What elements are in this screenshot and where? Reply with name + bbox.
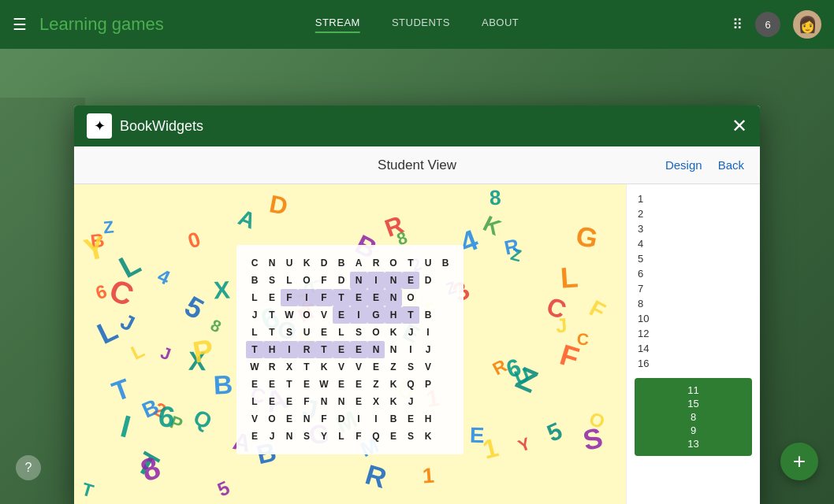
help-icon[interactable]: ?	[16, 455, 41, 480]
nav-about[interactable]: ABOUT	[482, 17, 519, 33]
found-number: 8	[641, 411, 746, 423]
grid-cell	[437, 306, 454, 324]
grid-cell: Q	[367, 428, 385, 445]
grid-cell: E	[263, 393, 281, 410]
grid-cell: T	[263, 324, 281, 341]
modal-title: Student View	[378, 158, 456, 173]
grid-cell: W	[246, 358, 263, 376]
grid-cell: V	[246, 410, 263, 428]
grid-cell: X	[281, 358, 298, 376]
number-list-item: 5	[635, 252, 752, 265]
grid-cell: E	[263, 289, 281, 306]
grid-cell: T	[402, 254, 419, 272]
grid-cell: E	[315, 324, 333, 341]
grid-cell: J	[246, 306, 263, 324]
grid-cell: D	[315, 254, 333, 272]
grid-cell: I	[419, 324, 437, 341]
grid-cell	[437, 393, 454, 410]
found-numbers-box: 11158913	[635, 378, 752, 456]
grid-cell	[437, 376, 454, 393]
grid-cell: T	[246, 341, 263, 358]
grid-cell: U	[298, 324, 315, 341]
grid-cell: T	[263, 306, 281, 324]
wordsearch-container: 2JL13UT8NAJK2CZTTAG5Z6OFRRIRS416LK54JCTL…	[74, 184, 626, 504]
grid-cell: E	[367, 289, 385, 306]
grid-cell: V	[315, 306, 333, 324]
grid-cell: J	[419, 341, 437, 358]
grid-cell: I	[367, 272, 385, 289]
grid-cell: B	[437, 254, 454, 272]
found-number: 9	[641, 424, 746, 436]
nav-stream[interactable]: STREAM	[315, 17, 360, 33]
number-list-item: 10	[635, 312, 752, 325]
grid-cell: U	[419, 254, 437, 272]
grid-cell: L	[333, 324, 350, 341]
design-link[interactable]: Design	[665, 158, 702, 172]
grid-cell: S	[281, 324, 298, 341]
numbers-panel: 1234567810121416 11158913	[626, 184, 760, 504]
grid-cell: N	[385, 289, 402, 306]
nav-right-area: ⠿ 6 👩	[732, 10, 821, 39]
grid-cell: O	[298, 306, 315, 324]
grid-cell: T	[298, 358, 315, 376]
modal-toolbar-links: Design Back	[665, 158, 744, 172]
grid-cell	[437, 410, 454, 428]
grid-icon[interactable]: ⠿	[732, 16, 743, 33]
grid-cell: R	[298, 341, 315, 358]
modal-toolbar: Student View Design Back	[74, 146, 760, 184]
grid-cell: D	[333, 410, 350, 428]
grid-cell: E	[263, 376, 281, 393]
grid-cell: H	[419, 410, 437, 428]
numbers-list: 1234567810121416	[635, 192, 752, 370]
grid-cell: R	[263, 358, 281, 376]
avatar[interactable]: 👩	[793, 10, 821, 39]
grid-cell: H	[385, 306, 402, 324]
number-list-item: 2	[635, 207, 752, 220]
grid-cell: I	[298, 289, 315, 306]
wordsearch-grid: CNUKDBAROTUBBSLOFDNINEDLEFIFTEENOJTWOVEI…	[236, 245, 464, 454]
grid-cell: N	[350, 272, 367, 289]
number-list-item: 3	[635, 222, 752, 235]
grid-cell: S	[298, 428, 315, 445]
number-list-item: 14	[635, 342, 752, 355]
bookwidgets-modal: ✦ BookWidgets ✕ Student View Design Back	[74, 106, 760, 504]
grid-cell: O	[298, 272, 315, 289]
grid-cell	[437, 289, 454, 306]
grid-cell: F	[298, 393, 315, 410]
grid-cell	[437, 324, 454, 341]
grid-cell: H	[263, 341, 281, 358]
hamburger-icon[interactable]: ☰	[13, 15, 27, 34]
back-link[interactable]: Back	[718, 158, 744, 172]
grid-cell: K	[298, 254, 315, 272]
grid-cell: Z	[385, 358, 402, 376]
grid-cell: F	[350, 428, 367, 445]
nav-students[interactable]: STUDENTS	[392, 17, 450, 33]
grid-cell: I	[367, 410, 385, 428]
grid-cell: Z	[367, 376, 385, 393]
grid-cell	[437, 428, 454, 445]
grid-cell: B	[246, 272, 263, 289]
grid-cell	[437, 358, 454, 376]
grid-cell: D	[419, 272, 437, 289]
grid-cell: G	[367, 306, 385, 324]
grid-cell: K	[385, 376, 402, 393]
grid-table: CNUKDBAROTUBBSLOFDNINEDLEFIFTEENOJTWOVEI…	[246, 254, 454, 445]
fab-button[interactable]: +	[780, 443, 818, 480]
grid-cell: E	[350, 376, 367, 393]
grid-cell: U	[281, 254, 298, 272]
grid-cell: S	[402, 358, 419, 376]
grid-cell: S	[263, 272, 281, 289]
grid-cell	[437, 272, 454, 289]
grid-cell: Y	[315, 428, 333, 445]
modal-body: 2JL13UT8NAJK2CZTTAG5Z6OFRRIRS416LK54JCTL…	[74, 184, 760, 504]
notification-badge[interactable]: 6	[755, 12, 780, 37]
grid-cell: F	[281, 289, 298, 306]
number-list-item: 12	[635, 327, 752, 340]
grid-cell: E	[333, 306, 350, 324]
top-navigation: ☰ Learning games STREAM STUDENTS ABOUT ⠿…	[0, 0, 834, 49]
grid-cell	[437, 341, 454, 358]
grid-cell: E	[246, 428, 263, 445]
close-icon[interactable]: ✕	[732, 115, 747, 137]
grid-cell: N	[385, 341, 402, 358]
grid-cell: O	[263, 410, 281, 428]
